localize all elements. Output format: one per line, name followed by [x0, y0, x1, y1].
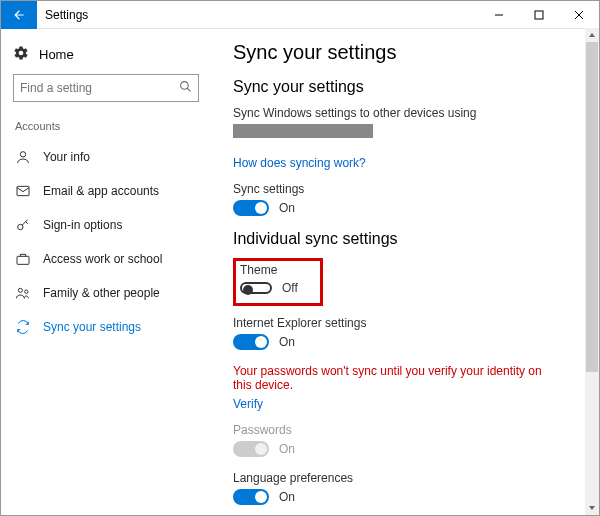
toggle-switch[interactable]: [240, 282, 272, 294]
password-warning: Your passwords won't sync until you veri…: [233, 364, 553, 392]
search-icon: [179, 79, 192, 97]
sidebar: Home Accounts Your info Email & app acco…: [1, 29, 211, 515]
scroll-down-arrow[interactable]: [585, 501, 599, 515]
verify-link[interactable]: Verify: [233, 397, 263, 411]
svg-rect-9: [17, 256, 29, 264]
svg-rect-1: [535, 11, 543, 19]
window-controls: [479, 1, 599, 29]
toggle-state: On: [279, 442, 295, 456]
people-icon: [15, 285, 31, 301]
toggle-label: Language preferences: [233, 471, 577, 485]
toggle-switch[interactable]: [233, 489, 269, 505]
toggle-label: Sync settings: [233, 182, 577, 196]
content-pane: Sync your settings Sync your settings Sy…: [211, 29, 599, 515]
sync-icon: [15, 319, 31, 335]
sidebar-item-email[interactable]: Email & app accounts: [9, 174, 203, 208]
gear-icon: [13, 45, 29, 64]
toggle-sync-settings: Sync settings On: [233, 182, 577, 216]
svg-point-10: [18, 288, 22, 292]
svg-point-11: [25, 290, 28, 293]
search-box[interactable]: [13, 74, 199, 102]
toggle-state: On: [279, 335, 295, 349]
settings-window: Settings Home Accounts: [0, 0, 600, 516]
toggle-state: Off: [282, 281, 298, 295]
sidebar-item-label: Sync your settings: [43, 320, 141, 334]
sidebar-item-signin[interactable]: Sign-in options: [9, 208, 203, 242]
sidebar-item-label: Sign-in options: [43, 218, 122, 232]
highlight-box: Theme Off: [233, 258, 323, 306]
person-icon: [15, 149, 31, 165]
toggle-language: Language preferences On: [233, 471, 577, 505]
account-redacted: [233, 124, 373, 138]
window-body: Home Accounts Your info Email & app acco…: [1, 29, 599, 515]
section-title-individual: Individual sync settings: [233, 230, 577, 248]
toggle-label: Internet Explorer settings: [233, 316, 577, 330]
sidebar-item-sync[interactable]: Sync your settings: [9, 310, 203, 344]
back-button[interactable]: [1, 1, 37, 29]
window-title: Settings: [37, 8, 479, 22]
svg-point-8: [18, 224, 23, 229]
sync-description: Sync Windows settings to other devices u…: [233, 106, 577, 120]
titlebar: Settings: [1, 1, 599, 29]
briefcase-icon: [15, 251, 31, 267]
close-button[interactable]: [559, 1, 599, 29]
home-label: Home: [39, 47, 74, 62]
minimize-button[interactable]: [479, 1, 519, 29]
key-icon: [15, 217, 31, 233]
toggle-label: Theme: [240, 263, 298, 277]
page-title: Sync your settings: [233, 41, 577, 64]
sidebar-item-label: Your info: [43, 150, 90, 164]
sidebar-item-label: Email & app accounts: [43, 184, 159, 198]
toggle-ie: Internet Explorer settings On: [233, 316, 577, 350]
sidebar-section-label: Accounts: [9, 116, 203, 140]
section-title-sync: Sync your settings: [233, 78, 577, 96]
toggle-passwords: Passwords On: [233, 423, 577, 457]
toggle-switch[interactable]: [233, 200, 269, 216]
home-nav[interactable]: Home: [9, 39, 203, 74]
sidebar-item-label: Access work or school: [43, 252, 162, 266]
sidebar-item-work[interactable]: Access work or school: [9, 242, 203, 276]
maximize-button[interactable]: [519, 1, 559, 29]
svg-point-6: [20, 152, 25, 157]
svg-line-5: [187, 88, 190, 91]
vertical-scrollbar[interactable]: [585, 28, 599, 515]
toggle-switch[interactable]: [233, 334, 269, 350]
how-syncing-link[interactable]: How does syncing work?: [233, 156, 366, 170]
sidebar-item-label: Family & other people: [43, 286, 160, 300]
sidebar-item-your-info[interactable]: Your info: [9, 140, 203, 174]
toggle-state: On: [279, 201, 295, 215]
svg-rect-7: [17, 186, 29, 195]
scroll-up-arrow[interactable]: [585, 28, 599, 42]
sidebar-item-family[interactable]: Family & other people: [9, 276, 203, 310]
toggle-theme: Theme Off: [240, 263, 298, 295]
svg-point-4: [181, 82, 189, 90]
mail-icon: [15, 183, 31, 199]
search-input[interactable]: [20, 81, 179, 95]
toggle-state: On: [279, 490, 295, 504]
toggle-label: Passwords: [233, 423, 577, 437]
toggle-switch: [233, 441, 269, 457]
scroll-thumb[interactable]: [586, 42, 598, 372]
